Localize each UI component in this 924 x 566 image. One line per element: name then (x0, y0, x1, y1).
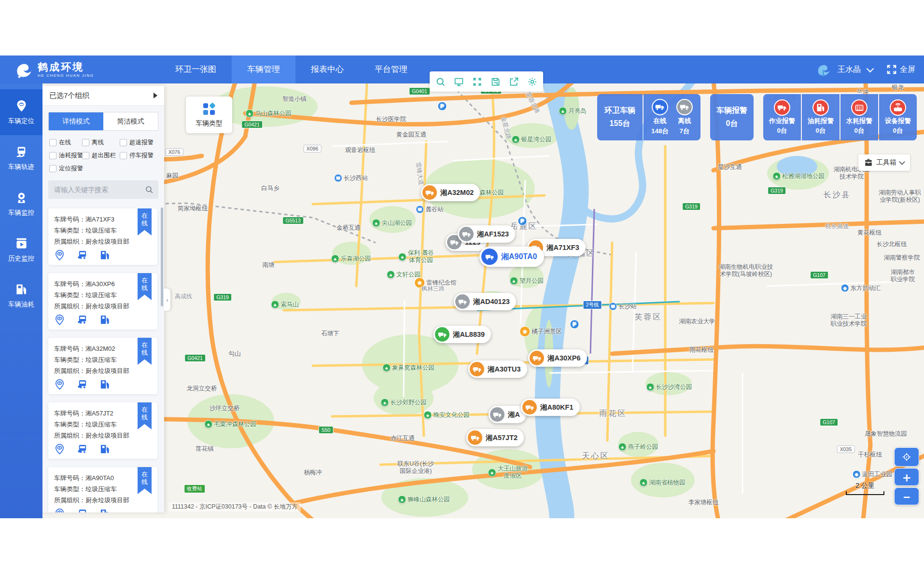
fuel-icon[interactable] (99, 443, 111, 455)
sidebar-item-history[interactable]: 历史监控 (0, 227, 42, 273)
marker-truck-icon (435, 327, 449, 342)
panel-collapse-handle[interactable]: ‹ (164, 289, 170, 311)
search-icon[interactable] (145, 185, 154, 194)
locate-icon[interactable] (54, 249, 65, 261)
track-icon[interactable] (77, 443, 88, 455)
scrollbar-thumb[interactable] (161, 207, 163, 306)
vehicle-card[interactable]: 车牌号码：湘A32M02车辆类型：垃圾压缩车所属组织：厨余垃圾项目部在线 (48, 338, 157, 394)
map-label: 龙洞立交桥 (187, 385, 217, 392)
filter-checkbox-5[interactable]: 超出围栏 (82, 152, 117, 160)
locate-icon[interactable] (54, 443, 65, 455)
sidebar-item-camera[interactable]: 车辆监控 (0, 181, 42, 227)
user-avatar[interactable] (814, 61, 831, 78)
zoom-out-button[interactable]: － (894, 487, 919, 505)
tab-mode-1[interactable]: 详情模式 (49, 112, 103, 130)
vehicle-marker[interactable]: 湘AL8839 (434, 326, 491, 343)
sidebar-item-label: 历史监控 (8, 254, 34, 263)
fuel-icon[interactable] (99, 314, 111, 325)
track-icon[interactable] (77, 379, 88, 390)
road-badge: X096 (304, 145, 322, 152)
filter-checkbox-7[interactable]: 定位报警 (49, 165, 79, 173)
vehicle-marker[interactable]: 湘A80KF1 (521, 399, 580, 416)
map-label: 长沙北枢纽 (877, 241, 907, 248)
offline-truck-icon (676, 99, 693, 115)
fuel-icon[interactable] (99, 379, 111, 390)
vehicle-marker[interactable]: 湘AD40123 (454, 293, 516, 310)
map-label: ▲索马山 (271, 301, 299, 309)
vehicle-card[interactable]: 车牌号码：湘A57JT2车辆类型：垃圾压缩车所属组织：厨余垃圾项目部在线 (48, 402, 157, 459)
vehicle-marker[interactable]: 湘A90TA0 (479, 247, 544, 267)
search-icon[interactable] (435, 77, 446, 87)
expand-icon[interactable] (472, 77, 482, 87)
filter-label: 油耗报警 (59, 152, 83, 160)
track-icon[interactable] (77, 508, 88, 512)
road-badge: G319 (682, 203, 700, 210)
filter-checkbox-1[interactable]: 在线 (49, 138, 79, 147)
chevron-down-icon[interactable] (867, 65, 874, 72)
vehicle-marker[interactable]: 湘A32M02 (421, 184, 480, 201)
toolbox-button[interactable]: 工具箱 (858, 154, 910, 171)
map-label: ▲松雅湖湿地公园 (772, 172, 825, 180)
user-name[interactable]: 王水晶 (838, 65, 861, 75)
search-input[interactable] (53, 185, 145, 194)
filter-checkbox-6[interactable]: 停车报警 (120, 152, 159, 160)
fleet-total-card: 环卫车辆 155台 (597, 94, 643, 140)
map-label: M长沙西站 (334, 174, 368, 182)
filter-checkbox-3[interactable]: 超速报警 (120, 138, 159, 147)
locate-icon[interactable] (54, 379, 65, 390)
track-icon[interactable] (77, 249, 88, 261)
vehicle-type-button[interactable]: 车辆类型 (186, 97, 232, 133)
sidebar-item-route[interactable]: 车辆轨迹 (0, 135, 42, 181)
vehicle-org: 所属组织：厨余垃圾项目部 (54, 495, 152, 506)
nav-item-2[interactable]: 车辆管理 (232, 55, 295, 83)
map-canvas[interactable]: 智造小镇▲乌山森林公园长沙医学院黄金园互通▲月亮岛▲银星湾公园观音岩枢纽▲谷山森… (42, 83, 924, 518)
pincar-icon (15, 99, 28, 112)
map-label: 金桥互通 (336, 224, 361, 232)
fuel-icon[interactable] (99, 249, 111, 261)
fuel-icon[interactable] (99, 508, 111, 512)
alarm-card-3: 水耗报警0台 (840, 94, 878, 140)
marker-pill: 湘AD40123 (454, 293, 516, 310)
settings-icon[interactable] (527, 77, 537, 87)
zoom-in-button[interactable]: ＋ (894, 468, 919, 486)
history-icon (15, 237, 28, 250)
locate-icon[interactable] (54, 314, 65, 325)
marker-plate-label: 湘AL8839 (453, 330, 485, 339)
vehicle-marker[interactable]: 湘AF1523 (458, 225, 515, 243)
park-icon: ▲ (382, 364, 391, 372)
nav-item-1[interactable]: 环卫一张图 (160, 55, 232, 83)
vehicle-card[interactable]: 车牌号码：湘A90TA0车辆类型：垃圾压缩车所属组织：厨余垃圾项目部在线 (48, 467, 157, 512)
map-label: P (570, 320, 579, 329)
filter-label: 定位报警 (59, 165, 83, 173)
org-selector[interactable]: 已选7个组织 (42, 86, 164, 106)
map-label: 天心区 (582, 452, 610, 459)
nav-item-3[interactable]: 报表中心 (295, 55, 359, 83)
sidebar-item-pincar[interactable]: 车辆定位 (0, 89, 42, 135)
fullscreen-button[interactable]: 全屏 (886, 64, 915, 75)
fleet-stats-group: 环卫车辆 155台 在线 148台 离线 7台 (597, 94, 700, 140)
locate-icon[interactable] (54, 508, 65, 512)
monitor-icon[interactable] (454, 77, 464, 87)
share-icon[interactable] (509, 77, 519, 87)
vehicle-card[interactable]: 车牌号码：湘A30XP6车辆类型：垃圾压缩车所属组织：厨余垃圾项目部在线 (48, 273, 157, 330)
vehicle-marker[interactable]: 湘A30XP6 (528, 349, 587, 367)
vehicle-marker[interactable]: 湘A30TU3 (468, 360, 527, 378)
search-box[interactable] (48, 180, 158, 199)
marker-plate-label: 湘A (508, 410, 520, 419)
locate-button[interactable] (894, 447, 919, 467)
nav-item-4[interactable]: 平台管理 (359, 55, 423, 83)
tab-mode-2[interactable]: 简洁模式 (103, 112, 158, 130)
filter-checkbox-2[interactable]: 离线 (82, 138, 117, 147)
scale-label: 2 公里 (846, 482, 884, 490)
vehicle-list[interactable]: 车牌号码：湘A71XF3车辆类型：垃圾压缩车所属组织：厨余垃圾项目部在线车牌号码… (42, 207, 164, 512)
filter-checkbox-4[interactable]: 油耗报警 (49, 152, 79, 160)
save-icon[interactable] (490, 77, 501, 87)
org-expand-icon[interactable] (154, 93, 157, 98)
parking-icon: P (570, 320, 579, 329)
vehicle-card[interactable]: 车牌号码：湘A71XF3车辆类型：垃圾压缩车所属组织：厨余垃圾项目部在线 (48, 208, 157, 265)
vehicle-plate: 车牌号码：湘A90TA0 (54, 472, 152, 483)
track-icon[interactable] (77, 314, 88, 325)
sidebar-item-fuel[interactable]: 车辆油耗 (0, 273, 42, 318)
map-label: ▲乌山森林公园 (246, 110, 292, 118)
vehicle-marker[interactable]: 湘A57JT2 (466, 429, 524, 446)
